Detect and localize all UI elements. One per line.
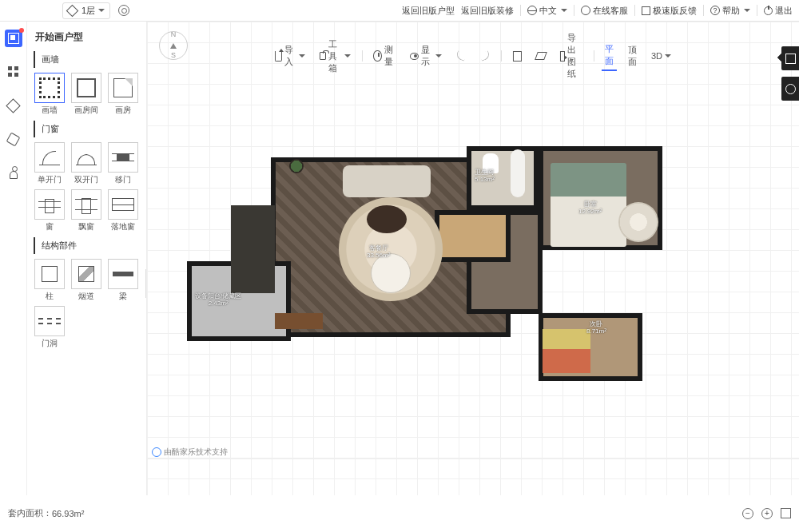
question-icon: ? xyxy=(710,6,720,15)
zoom-in-button[interactable]: + xyxy=(761,508,773,519)
leftnav-materials[interactable] xyxy=(5,63,22,81)
right-floating-tools xyxy=(781,46,799,101)
label-bath: 卫生间5.13m² xyxy=(475,169,495,184)
chevron-down-icon xyxy=(344,54,351,58)
label-bed: 卧室12.92m² xyxy=(578,201,602,216)
leftnav-cube[interactable] xyxy=(5,97,22,114)
measure-icon xyxy=(373,50,381,62)
eye-icon xyxy=(410,53,419,60)
compass[interactable]: N S xyxy=(159,31,188,60)
canvas-toolbar: 导入 工具箱 测量 显示 导出图纸 平面 顶面 3D xyxy=(265,26,681,85)
leftnav-structure[interactable] xyxy=(5,130,22,148)
tool-draw-area[interactable]: 画房 xyxy=(105,71,141,116)
gear-icon[interactable] xyxy=(118,5,129,16)
tb-undo[interactable] xyxy=(453,50,469,62)
link-feedback[interactable]: 极速版反馈 xyxy=(642,5,697,17)
sofa[interactable] xyxy=(343,165,431,197)
divider xyxy=(703,5,704,16)
chevron-down-icon xyxy=(665,54,671,58)
tb-erase[interactable] xyxy=(533,50,549,62)
language-selector[interactable]: 中文 xyxy=(527,5,567,17)
link-customer-service[interactable]: 在线客服 xyxy=(581,5,628,17)
import-icon xyxy=(275,51,282,62)
tool-single-door[interactable]: 单开门 xyxy=(32,141,67,185)
cube-icon xyxy=(6,98,20,113)
chevron-down-icon xyxy=(561,9,567,12)
tb-toolbox[interactable]: 工具箱 xyxy=(316,36,354,77)
tb-redo[interactable] xyxy=(477,50,493,62)
globe-icon xyxy=(527,6,537,15)
floor-label: 1层 xyxy=(81,5,95,17)
chevron-down-icon xyxy=(435,54,442,58)
view-3d[interactable]: 3D xyxy=(648,49,674,63)
tool-beam[interactable]: 梁 xyxy=(105,257,141,302)
tool-sliding-door[interactable]: 移门 xyxy=(105,141,141,185)
bathtub[interactable] xyxy=(511,149,525,197)
sidepanel: 开始画户型 画墙 画墙 画房间 画房 门窗 单开门 双开门 移门 窗 飘窗 落地… xyxy=(27,22,147,495)
headset-icon xyxy=(581,6,590,15)
floorplan-icon xyxy=(8,33,19,44)
tb-display[interactable]: 显示 xyxy=(407,42,445,70)
tool-window[interactable]: 窗 xyxy=(32,188,67,232)
room-kitchen[interactable] xyxy=(435,210,511,262)
tool-draw-room[interactable]: 画房间 xyxy=(69,71,104,116)
divider xyxy=(520,5,521,16)
floor-selector[interactable]: 1层 xyxy=(62,2,110,19)
rf-layout-button[interactable] xyxy=(781,46,799,70)
tool-double-door[interactable]: 双开门 xyxy=(69,141,104,185)
bed-small[interactable] xyxy=(543,329,590,373)
interior-area-label: 套内面积： xyxy=(8,507,52,519)
canvas[interactable]: N S 导入 工具箱 测量 显示 导出图纸 平面 顶面 3D xyxy=(147,22,799,495)
tool-floor-window[interactable]: 落地窗 xyxy=(105,188,141,232)
cat-structure: 结构部件 xyxy=(34,237,141,254)
chevron-down-icon xyxy=(744,9,750,12)
toolbox-icon xyxy=(320,52,326,60)
label-living: 客餐厅33.56m² xyxy=(367,245,390,260)
leftnav-floorplan[interactable] xyxy=(5,30,22,47)
divider xyxy=(757,5,757,16)
link-back-decorate[interactable]: 返回旧版装修 xyxy=(461,5,514,17)
tool-bay-window[interactable]: 飘窗 xyxy=(69,188,104,232)
person-icon xyxy=(10,171,18,179)
tb-paste[interactable] xyxy=(510,49,525,64)
topbar: 1层 返回旧版户型 返回旧版装修 中文 在线客服 极速版反馈 ?帮助 退出 xyxy=(0,0,799,22)
tb-import[interactable]: 导入 xyxy=(272,42,308,70)
canvas-footer: 由酷家乐技术支持 xyxy=(147,445,799,459)
feedback-icon xyxy=(642,6,650,15)
leftnav-user[interactable] xyxy=(5,164,22,181)
credit-badge[interactable]: 由酷家乐技术支持 xyxy=(152,447,228,458)
exit-button[interactable]: 退出 xyxy=(764,5,793,17)
tool-draw-wall[interactable]: 画墙 xyxy=(32,71,67,116)
rug-round[interactable] xyxy=(618,202,658,242)
fit-screen-button[interactable] xyxy=(781,508,791,518)
coffee-table[interactable] xyxy=(367,205,407,233)
plant[interactable] xyxy=(289,159,304,173)
rf-camera-button[interactable] xyxy=(781,77,799,101)
cat-doors: 门窗 xyxy=(34,121,141,137)
help-dropdown[interactable]: ?帮助 xyxy=(710,5,750,17)
divider xyxy=(634,5,635,16)
floorplan-render[interactable]: 客餐厅33.56m² 卫生间5.13m² 卧室12.92m² 设备阳台/储藏区2… xyxy=(187,141,662,389)
panel-title: 开始画户型 xyxy=(32,28,141,46)
statusbar: 套内面积： 66.93m² − + xyxy=(0,495,799,531)
tool-column[interactable]: 柱 xyxy=(32,257,67,302)
cat-walls: 画墙 xyxy=(34,51,141,68)
label-balc: 设备阳台/储藏区2.43m² xyxy=(195,293,241,308)
redo-icon xyxy=(479,50,491,62)
hexagon-icon xyxy=(6,132,21,146)
zoom-out-button[interactable]: − xyxy=(742,508,753,519)
view-plan[interactable]: 平面 xyxy=(602,41,617,71)
tb-export[interactable]: 导出图纸 xyxy=(557,30,586,82)
tb-measure[interactable]: 测量 xyxy=(370,42,399,70)
tool-flue[interactable]: 烟道 xyxy=(69,257,104,302)
link-back-floorplan[interactable]: 返回旧版户型 xyxy=(402,5,455,17)
chevron-down-icon xyxy=(98,9,105,12)
notification-dot-icon xyxy=(19,28,24,33)
kitchen-counter[interactable] xyxy=(231,205,275,293)
power-icon xyxy=(764,6,773,15)
left-iconbar xyxy=(0,22,27,495)
view-ceiling[interactable]: 顶面 xyxy=(625,42,640,70)
shelf[interactable] xyxy=(275,313,323,329)
grid-icon xyxy=(8,66,19,77)
tool-door-hole[interactable]: 门洞 xyxy=(32,304,67,349)
